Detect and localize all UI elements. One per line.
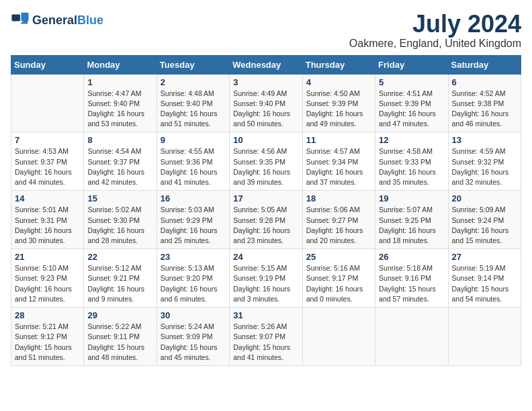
- day-info: Sunrise: 5:16 AM Sunset: 9:17 PM Dayligh…: [306, 263, 371, 304]
- day-info: Sunrise: 4:48 AM Sunset: 9:40 PM Dayligh…: [161, 89, 226, 130]
- calendar-week-row: 7Sunrise: 4:53 AM Sunset: 9:37 PM Daylig…: [11, 132, 521, 191]
- calendar-table: SundayMondayTuesdayWednesdayThursdayFrid…: [11, 55, 521, 366]
- svg-rect-0: [11, 15, 20, 21]
- day-info: Sunrise: 5:13 AM Sunset: 9:20 PM Dayligh…: [161, 263, 226, 304]
- calendar-cell: 9Sunrise: 4:55 AM Sunset: 9:36 PM Daylig…: [157, 132, 229, 191]
- weekday-header-monday: Monday: [84, 55, 157, 74]
- calendar-cell: 8Sunrise: 4:54 AM Sunset: 9:37 PM Daylig…: [84, 132, 157, 191]
- day-number: 17: [233, 193, 298, 203]
- calendar-cell: 16Sunrise: 5:03 AM Sunset: 9:29 PM Dayli…: [157, 191, 229, 249]
- day-info: Sunrise: 4:51 AM Sunset: 9:39 PM Dayligh…: [379, 89, 444, 130]
- day-number: 6: [452, 77, 517, 87]
- calendar-cell: 11Sunrise: 4:57 AM Sunset: 9:34 PM Dayli…: [302, 132, 375, 191]
- day-info: Sunrise: 4:54 AM Sunset: 9:37 PM Dayligh…: [87, 146, 152, 187]
- day-info: Sunrise: 5:02 AM Sunset: 9:30 PM Dayligh…: [87, 205, 152, 246]
- logo-icon: [11, 11, 30, 30]
- weekday-header-friday: Friday: [375, 55, 448, 74]
- day-info: Sunrise: 4:50 AM Sunset: 9:39 PM Dayligh…: [306, 89, 371, 130]
- calendar-cell: 27Sunrise: 5:19 AM Sunset: 9:14 PM Dayli…: [448, 249, 521, 308]
- day-info: Sunrise: 5:12 AM Sunset: 9:21 PM Dayligh…: [87, 263, 152, 304]
- logo: GeneralBlue: [11, 11, 103, 30]
- calendar-cell: 25Sunrise: 5:16 AM Sunset: 9:17 PM Dayli…: [302, 249, 375, 308]
- calendar-cell: 24Sunrise: 5:15 AM Sunset: 9:19 PM Dayli…: [230, 249, 302, 308]
- day-number: 25: [306, 252, 371, 262]
- day-info: Sunrise: 5:07 AM Sunset: 9:25 PM Dayligh…: [379, 205, 444, 246]
- day-info: Sunrise: 5:24 AM Sunset: 9:09 PM Dayligh…: [161, 322, 226, 363]
- weekday-header-thursday: Thursday: [302, 55, 375, 74]
- day-number: 2: [161, 77, 226, 87]
- day-info: Sunrise: 5:05 AM Sunset: 9:28 PM Dayligh…: [233, 205, 298, 246]
- day-number: 20: [452, 193, 517, 203]
- day-number: 30: [161, 310, 226, 320]
- calendar-cell: 30Sunrise: 5:24 AM Sunset: 9:09 PM Dayli…: [157, 308, 229, 366]
- calendar-cell: 17Sunrise: 5:05 AM Sunset: 9:28 PM Dayli…: [230, 191, 302, 249]
- day-info: Sunrise: 4:49 AM Sunset: 9:40 PM Dayligh…: [233, 89, 298, 130]
- day-number: 11: [306, 135, 371, 145]
- day-number: 10: [233, 135, 298, 145]
- calendar-cell: 10Sunrise: 4:56 AM Sunset: 9:35 PM Dayli…: [230, 132, 302, 191]
- calendar-cell: 15Sunrise: 5:02 AM Sunset: 9:30 PM Dayli…: [84, 191, 157, 249]
- weekday-header-saturday: Saturday: [448, 55, 521, 74]
- day-info: Sunrise: 4:58 AM Sunset: 9:33 PM Dayligh…: [379, 146, 444, 187]
- weekday-header-sunday: Sunday: [11, 55, 84, 74]
- calendar-cell: 7Sunrise: 4:53 AM Sunset: 9:37 PM Daylig…: [11, 132, 84, 191]
- day-info: Sunrise: 5:18 AM Sunset: 9:16 PM Dayligh…: [379, 263, 444, 304]
- day-info: Sunrise: 5:22 AM Sunset: 9:11 PM Dayligh…: [87, 322, 152, 363]
- calendar-cell: 29Sunrise: 5:22 AM Sunset: 9:11 PM Dayli…: [84, 308, 157, 366]
- day-info: Sunrise: 5:19 AM Sunset: 9:14 PM Dayligh…: [452, 263, 517, 304]
- calendar-week-row: 14Sunrise: 5:01 AM Sunset: 9:31 PM Dayli…: [11, 191, 521, 249]
- day-info: Sunrise: 5:09 AM Sunset: 9:24 PM Dayligh…: [452, 205, 517, 246]
- day-info: Sunrise: 4:55 AM Sunset: 9:36 PM Dayligh…: [161, 146, 226, 187]
- day-info: Sunrise: 5:10 AM Sunset: 9:23 PM Dayligh…: [15, 263, 80, 304]
- day-info: Sunrise: 5:06 AM Sunset: 9:27 PM Dayligh…: [306, 205, 371, 246]
- calendar-title: July 2024: [349, 11, 521, 38]
- calendar-week-row: 28Sunrise: 5:21 AM Sunset: 9:12 PM Dayli…: [11, 308, 521, 366]
- calendar-cell: 19Sunrise: 5:07 AM Sunset: 9:25 PM Dayli…: [375, 191, 448, 249]
- day-number: 5: [379, 77, 444, 87]
- calendar-cell: [448, 308, 521, 366]
- weekday-header-row: SundayMondayTuesdayWednesdayThursdayFrid…: [11, 55, 521, 74]
- calendar-cell: 4Sunrise: 4:50 AM Sunset: 9:39 PM Daylig…: [302, 74, 375, 132]
- day-number: 3: [233, 77, 298, 87]
- day-number: 9: [161, 135, 226, 145]
- calendar-cell: 12Sunrise: 4:58 AM Sunset: 9:33 PM Dayli…: [375, 132, 448, 191]
- day-number: 12: [379, 135, 444, 145]
- day-number: 26: [379, 252, 444, 262]
- calendar-cell: 3Sunrise: 4:49 AM Sunset: 9:40 PM Daylig…: [230, 74, 302, 132]
- logo-text-blue: Blue: [77, 13, 103, 27]
- calendar-cell: 2Sunrise: 4:48 AM Sunset: 9:40 PM Daylig…: [157, 74, 229, 132]
- calendar-cell: 21Sunrise: 5:10 AM Sunset: 9:23 PM Dayli…: [11, 249, 84, 308]
- day-number: 8: [87, 135, 152, 145]
- calendar-cell: 1Sunrise: 4:47 AM Sunset: 9:40 PM Daylig…: [84, 74, 157, 132]
- day-number: 19: [379, 193, 444, 203]
- day-number: 4: [306, 77, 371, 87]
- day-number: 31: [233, 310, 298, 320]
- logo-text-general: General: [32, 13, 77, 27]
- day-number: 14: [15, 193, 80, 203]
- day-info: Sunrise: 4:57 AM Sunset: 9:34 PM Dayligh…: [306, 146, 371, 187]
- day-number: 28: [15, 310, 80, 320]
- calendar-week-row: 1Sunrise: 4:47 AM Sunset: 9:40 PM Daylig…: [11, 74, 521, 132]
- day-info: Sunrise: 5:01 AM Sunset: 9:31 PM Dayligh…: [15, 205, 80, 246]
- calendar-cell: 26Sunrise: 5:18 AM Sunset: 9:16 PM Dayli…: [375, 249, 448, 308]
- day-info: Sunrise: 4:56 AM Sunset: 9:35 PM Dayligh…: [233, 146, 298, 187]
- calendar-cell: 14Sunrise: 5:01 AM Sunset: 9:31 PM Dayli…: [11, 191, 84, 249]
- day-number: 13: [452, 135, 517, 145]
- calendar-week-row: 21Sunrise: 5:10 AM Sunset: 9:23 PM Dayli…: [11, 249, 521, 308]
- day-info: Sunrise: 5:15 AM Sunset: 9:19 PM Dayligh…: [233, 263, 298, 304]
- calendar-cell: [302, 308, 375, 366]
- day-number: 15: [87, 193, 152, 203]
- day-number: 24: [233, 252, 298, 262]
- calendar-cell: 22Sunrise: 5:12 AM Sunset: 9:21 PM Dayli…: [84, 249, 157, 308]
- day-info: Sunrise: 4:47 AM Sunset: 9:40 PM Dayligh…: [87, 89, 152, 130]
- day-number: 7: [15, 135, 80, 145]
- day-info: Sunrise: 4:52 AM Sunset: 9:38 PM Dayligh…: [452, 89, 517, 130]
- day-info: Sunrise: 4:53 AM Sunset: 9:37 PM Dayligh…: [15, 146, 80, 187]
- weekday-header-wednesday: Wednesday: [230, 55, 302, 74]
- calendar-cell: 28Sunrise: 5:21 AM Sunset: 9:12 PM Dayli…: [11, 308, 84, 366]
- day-number: 18: [306, 193, 371, 203]
- calendar-subtitle: Oakmere, England, United Kingdom: [349, 38, 521, 50]
- page-header: GeneralBlue July 2024 Oakmere, England, …: [11, 11, 521, 50]
- calendar-cell: [375, 308, 448, 366]
- title-area: July 2024 Oakmere, England, United Kingd…: [349, 11, 521, 50]
